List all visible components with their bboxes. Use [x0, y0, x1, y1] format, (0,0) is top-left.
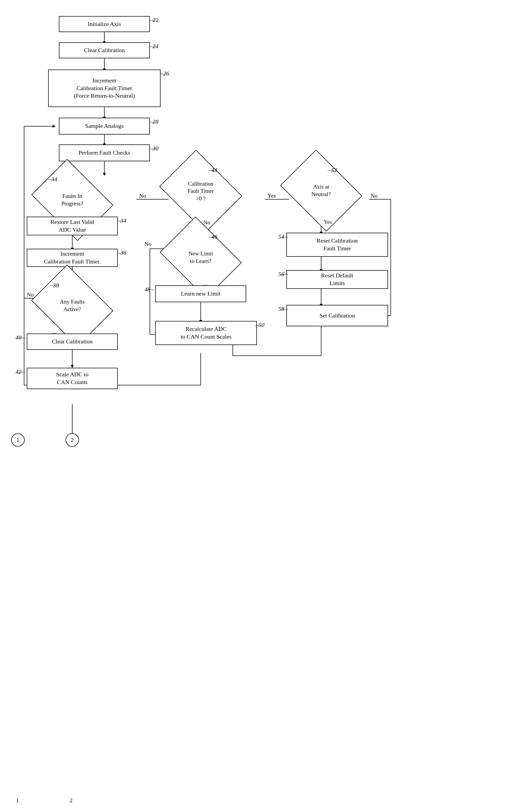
node-axis-at-neutral: Axis at Neutral? — [289, 166, 353, 215]
page-number-2: 2 — [70, 797, 72, 804]
node-learn-new-limit: Learn new Limit — [155, 285, 246, 302]
node-clear-calibration-top: Clear Calibration — [59, 42, 150, 58]
node-perform-fault-checks: Perform Fault Checks — [59, 144, 150, 161]
node-increment-calib-mid: Increment Calibration Fault Timer. — [27, 249, 118, 267]
page-number-1: 1 — [16, 797, 19, 804]
flowchart-diagram: Initialize Axis 22 — Clear Calibration 2… — [0, 0, 509, 812]
node-sample-analogs: Sample Analogs — [59, 118, 150, 135]
label-no-46: No — [144, 241, 151, 247]
label-yes-52: Yes — [324, 219, 332, 225]
node-scale-adc: Scale ADC to CAN Counts — [27, 368, 118, 389]
label-no-52: No — [371, 192, 378, 199]
svg-marker-61 — [53, 125, 56, 127]
node-new-limit-learn: New Limit to Learn? — [169, 233, 233, 282]
node-increment-calib-top: Increment Calibration Fault Timer (Force… — [48, 70, 161, 107]
node-set-calibration: Set Calibration — [286, 305, 388, 326]
node-calib-fault-timer: Calibration Fault Timer >0 ? — [169, 166, 233, 217]
node-restore-last-valid: Restore Last Valid ADC Value — [27, 217, 118, 235]
node-initialize-axis: Initialize Axis — [59, 16, 150, 32]
page-circle-1: 1 — [11, 433, 25, 447]
page-circle-2: 2 — [66, 433, 79, 447]
label-no-34d: No — [139, 192, 146, 199]
node-recalculate-adc: Recalculate ADC to CAN Count Scales — [155, 321, 257, 345]
label-yes-44: Yes — [268, 192, 276, 199]
label-no-38: No — [27, 292, 34, 298]
node-reset-default-limits: Reset Default Limits — [286, 270, 388, 289]
label-no-44: No — [203, 219, 210, 226]
node-reset-calib-fault: Reset Calibration Fault Timer — [286, 233, 388, 257]
svg-marker-19 — [71, 365, 74, 368]
node-clear-calibration-mid: Clear Calibration — [27, 334, 118, 350]
